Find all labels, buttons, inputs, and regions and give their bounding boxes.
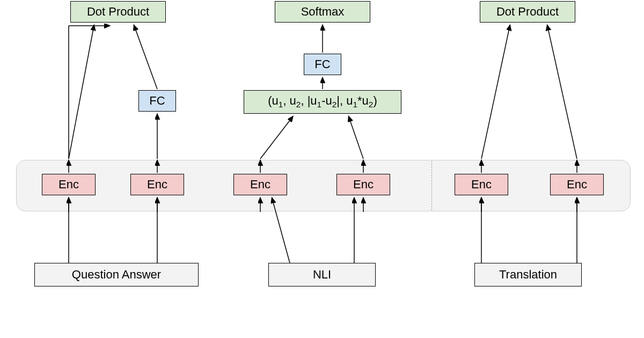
encoder-6: Enc [550,174,604,195]
concat-formula: (u1, u2, |u1-u2|, u1*u2) [268,94,377,109]
svg-line-11 [69,26,94,159]
svg-line-22 [481,26,510,159]
encoder-3: Enc [233,174,287,195]
svg-line-17 [349,117,363,159]
concat-box: (u1, u2, |u1-u2|, u1*u2) [244,90,401,114]
dot-product-left-box: Dot Product [70,1,166,23]
dot-product-right-box: Dot Product [480,1,575,23]
encoder-1: Enc [42,174,96,195]
svg-line-13 [134,26,157,89]
input-translation-box: Translation [474,263,582,286]
fc-left-box: FC [138,90,176,112]
encoder-band [16,160,631,211]
input-nli-box: NLI [268,263,376,286]
encoder-5: Enc [455,174,508,195]
encoder-4: Enc [336,174,390,195]
softmax-box: Softmax [275,1,370,23]
svg-line-23 [547,26,577,159]
encoder-2: Enc [130,174,184,195]
fc-center-box: FC [304,54,341,75]
band-divider [431,161,432,210]
input-qa-box: Question Answer [34,263,199,286]
svg-line-16 [260,117,292,159]
